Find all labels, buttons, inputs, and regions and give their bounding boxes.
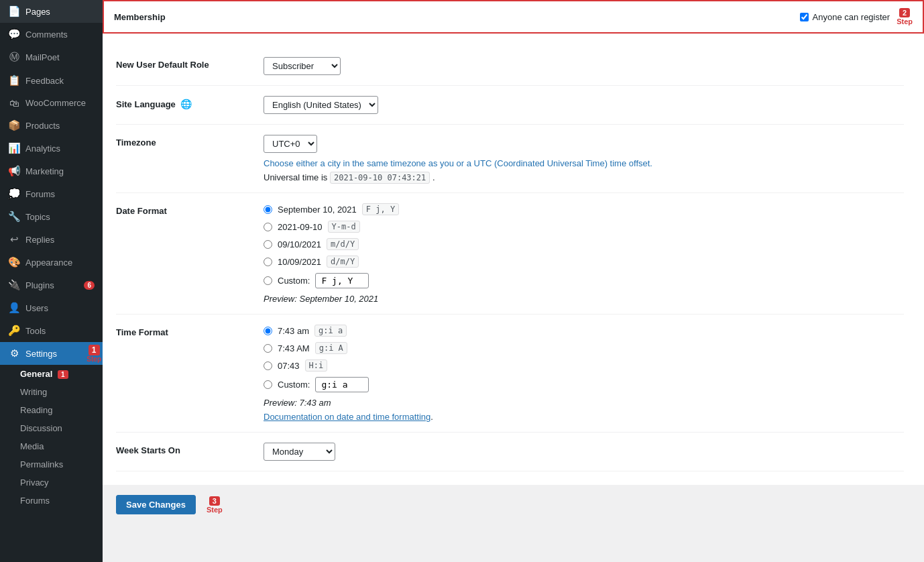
sidebar-item-topics[interactable]: 🔧 Topics	[0, 205, 103, 228]
products-icon: 📦	[8, 119, 20, 131]
time-format-display-3[interactable]: 07:43	[278, 361, 300, 371]
step2-container: 2 Step	[897, 8, 913, 25]
analytics-icon: 📊	[8, 142, 20, 154]
timezone-label: Timezone	[116, 135, 264, 148]
timezone-hint: Choose either a city in the same timezon…	[264, 158, 904, 168]
step-settings-label: Step	[86, 355, 101, 363]
settings-icon: ⚙	[8, 347, 20, 359]
date-format-display-3[interactable]: 09/10/2021	[278, 239, 321, 249]
anyone-register-label[interactable]: Anyone can register	[813, 12, 890, 22]
date-format-radio-1[interactable]	[264, 205, 272, 214]
step3-badge: 3	[209, 496, 220, 506]
timezone-row: Timezone UTC+0 UTC+1 UTC-5 UTC+8 Choose …	[116, 125, 904, 193]
time-format-radio-1[interactable]	[264, 327, 272, 335]
submenu-reading[interactable]: Reading	[0, 401, 103, 419]
sidebar-item-feedback[interactable]: 📋 Feedback	[0, 69, 103, 92]
date-format-radio-4[interactable]	[264, 258, 272, 266]
sidebar-item-analytics[interactable]: 📊 Analytics	[0, 137, 103, 160]
sidebar-item-products[interactable]: 📦 Products	[0, 114, 103, 137]
date-format-radio-custom[interactable]	[264, 276, 272, 285]
membership-control: Anyone can register	[800, 12, 890, 22]
new-user-role-select[interactable]: Subscriber Contributor Author Editor Adm…	[264, 57, 341, 75]
universal-time: Universal time is 2021-09-10 07:43:21 .	[264, 172, 904, 182]
sidebar-item-marketing[interactable]: 📢 Marketing	[0, 160, 103, 182]
submenu-writing[interactable]: Writing	[0, 383, 103, 401]
time-format-code-3: H:i	[305, 359, 328, 372]
step3-container: 3 Step	[207, 496, 223, 514]
date-time-doc-link[interactable]: Documentation on date and time formattin…	[264, 412, 430, 422]
new-user-role-label: New User Default Role	[116, 57, 264, 70]
week-starts-select[interactable]: Sunday Monday Tuesday Wednesday Thursday…	[264, 443, 335, 461]
sidebar-item-comments[interactable]: 💬 Comments	[0, 23, 103, 46]
site-language-select[interactable]: English (United States) English (UK) Spa…	[264, 96, 378, 114]
comments-icon: 💬	[8, 28, 20, 40]
week-starts-control: Sunday Monday Tuesday Wednesday Thursday…	[264, 443, 904, 461]
sidebar-item-mailpoet[interactable]: Ⓜ MailPoet	[0, 46, 103, 69]
feedback-icon: 📋	[8, 74, 20, 87]
step3-label: Step	[207, 506, 223, 514]
sidebar-item-replies[interactable]: ↩ Replies	[0, 228, 103, 251]
tools-icon: 🔑	[8, 325, 20, 337]
date-format-option-3: 09/10/2021 m/d/Y	[264, 238, 904, 250]
date-format-display-1[interactable]: September 10, 2021	[278, 205, 357, 215]
sidebar-item-appearance[interactable]: 🎨 Appearance	[0, 251, 103, 274]
time-format-custom-label[interactable]: Custom:	[278, 380, 310, 390]
site-language-control: English (United States) English (UK) Spa…	[264, 96, 904, 114]
sidebar-item-tools[interactable]: 🔑 Tools	[0, 319, 103, 342]
time-format-row: Time Format 7:43 am g:i a 7:43 AM g:i A	[116, 315, 904, 433]
sidebar-item-settings[interactable]: ⚙ Settings 1 Step	[0, 342, 103, 365]
date-format-code-1: F j, Y	[362, 203, 399, 215]
new-user-role-control: Subscriber Contributor Author Editor Adm…	[264, 57, 904, 75]
step-settings-badge: 1	[89, 345, 100, 355]
date-format-custom-label[interactable]: Custom:	[278, 276, 310, 286]
time-format-radio-3[interactable]	[264, 361, 272, 370]
marketing-icon: 📢	[8, 165, 20, 177]
plugins-badge: 6	[84, 281, 95, 290]
time-format-display-1[interactable]: 7:43 am	[278, 326, 309, 336]
date-format-radio-3[interactable]	[264, 240, 272, 249]
week-starts-row: Week Starts On Sunday Monday Tuesday Wed…	[116, 433, 904, 471]
submenu-media[interactable]: Media	[0, 437, 103, 455]
users-icon: 👤	[8, 302, 20, 314]
time-format-preview: Preview: 7:43 am	[264, 398, 904, 408]
time-format-display-2[interactable]: 7:43 AM	[278, 343, 310, 353]
sidebar-item-forums[interactable]: 💭 Forums	[0, 182, 103, 205]
sidebar-item-users[interactable]: 👤 Users	[0, 296, 103, 319]
membership-row: Membership Anyone can register 2 Step	[103, 0, 924, 34]
date-format-options: September 10, 2021 F j, Y 2021-09-10 Y-m…	[264, 203, 904, 288]
sidebar-item-plugins[interactable]: 🔌 Plugins 6	[0, 274, 103, 296]
time-format-option-3: 07:43 H:i	[264, 359, 904, 372]
forums-icon: 💭	[8, 188, 20, 200]
step-general-badge: 1	[58, 370, 68, 379]
submenu-forums[interactable]: Forums	[0, 492, 103, 510]
anyone-can-register-checkbox[interactable]	[800, 13, 809, 21]
submenu-privacy[interactable]: Privacy	[0, 473, 103, 492]
save-changes-button[interactable]: Save Changes	[116, 495, 196, 514]
time-format-code-1: g:i a	[314, 325, 347, 337]
sidebar-item-pages[interactable]: 📄 Pages	[0, 0, 103, 23]
submenu-general[interactable]: General 1	[0, 365, 103, 383]
time-format-radio-custom[interactable]	[264, 380, 272, 389]
time-format-custom-input[interactable]	[315, 377, 369, 392]
sidebar-item-woocommerce[interactable]: 🛍 WooCommerce	[0, 92, 103, 114]
time-format-radio-2[interactable]	[264, 344, 272, 353]
date-format-radio-2[interactable]	[264, 223, 272, 231]
week-starts-label: Week Starts On	[116, 443, 264, 455]
mailpoet-icon: Ⓜ	[8, 51, 20, 64]
date-format-display-4[interactable]: 10/09/2021	[278, 257, 321, 267]
date-format-option-1: September 10, 2021 F j, Y	[264, 203, 904, 215]
date-format-custom-input[interactable]	[315, 273, 369, 288]
submenu-discussion[interactable]: Discussion	[0, 419, 103, 437]
time-format-option-custom: Custom:	[264, 377, 904, 392]
submenu-permalinks[interactable]: Permalinks	[0, 455, 103, 473]
timezone-select[interactable]: UTC+0 UTC+1 UTC-5 UTC+8	[264, 135, 317, 153]
membership-label: Membership	[114, 12, 166, 22]
plugins-icon: 🔌	[8, 279, 20, 291]
time-format-label: Time Format	[116, 325, 264, 337]
settings-form: New User Default Role Subscriber Contrib…	[103, 34, 924, 485]
save-section: Save Changes 3 Step	[103, 485, 924, 524]
date-format-display-2[interactable]: 2021-09-10	[278, 222, 323, 232]
site-language-label: Site Language 🌐	[116, 96, 264, 109]
date-format-option-4: 10/09/2021 d/m/Y	[264, 256, 904, 268]
date-format-code-3: m/d/Y	[327, 238, 359, 250]
